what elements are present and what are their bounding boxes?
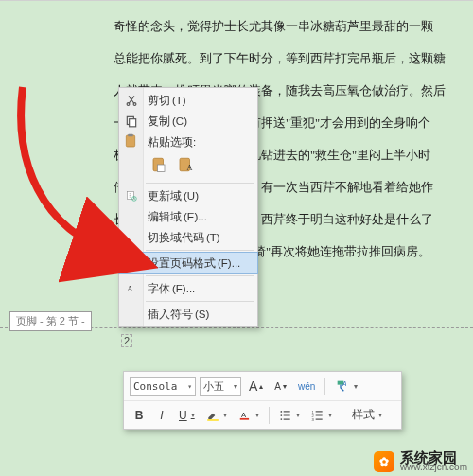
styles-button[interactable]: 样式 [348,405,386,426]
bold-button[interactable]: B [130,405,149,426]
numbering-button[interactable]: 123 [307,405,336,426]
format-painter-button[interactable]: A [331,376,361,397]
svg-rect-4 [126,135,134,147]
menu-insert-symbol-label: 插入符号 [148,308,193,322]
font-name-combo[interactable]: Consola ▾ [130,377,196,396]
menu-cut-kbd: (T) [172,95,186,106]
svg-point-20 [280,414,282,416]
highlight-button[interactable] [202,405,231,426]
numbering-icon: 123 [311,409,324,422]
phonetic-guide-button[interactable]: wén [294,376,319,397]
cut-icon [123,92,140,109]
menu-page-number-format[interactable]: 1# 设置页码格式 (F)... [119,253,257,273]
chevron-down-icon: ▾ [187,382,192,391]
copy-icon [123,113,140,130]
menu-page-fmt-label: 设置页码格式 [148,256,216,271]
watermark-subtitle: www.xtzjcn.com [400,463,467,472]
doc-line: 奇怪的念头，觉得护士长尤其像一串冰糖葫芦里最甜的一颗 [114,10,464,43]
svg-point-21 [280,418,282,420]
menu-insert-symbol[interactable]: 插入符号 (S) [119,304,257,325]
svg-text:A: A [241,410,247,418]
page-number-format-icon: 1# [123,255,140,272]
mini-format-toolbar: Consola ▾ 小五 ▾ A▴ A▾ wén A B I U A 123 [123,371,402,430]
paste-keep-source-button[interactable] [148,153,170,176]
font-size-combo[interactable]: 小五 ▾ [200,377,241,396]
svg-rect-18 [239,417,248,419]
menu-separator [146,183,254,184]
context-menu: 剪切 (T) 复制 (C) 粘贴选项: A [118,87,258,327]
svg-text:3: 3 [311,416,314,421]
svg-point-0 [127,103,130,106]
format-painter-icon: A [335,379,350,394]
menu-toggle-field-code[interactable]: 切换域代码 (T) [119,227,257,248]
font-size-value: 小五 [203,379,224,394]
menu-cut[interactable]: 剪切 (T) [119,90,257,111]
svg-point-1 [133,103,136,106]
menu-toggle-code-label: 切换域代码 [148,231,204,245]
menu-font[interactable]: A 字体 (F)... [119,278,257,299]
svg-rect-16 [207,419,219,421]
styles-label: 样式 [352,407,375,423]
svg-rect-5 [128,134,132,137]
font-icon: A [123,280,140,297]
svg-rect-3 [130,119,136,127]
menu-separator [146,301,254,302]
svg-text:A: A [127,284,133,293]
font-name-value: Consola [133,380,177,393]
bullets-icon [279,409,292,422]
menu-toggle-code-kbd: (T) [206,232,220,243]
menu-edit-field-kbd: (E)... [184,211,207,222]
menu-copy[interactable]: 复制 (C) [119,111,257,132]
highlight-icon [206,409,219,422]
menu-paste-label: 粘贴选项: [148,133,257,150]
menu-font-label: 字体 [148,282,170,296]
menu-font-kbd: (F)... [172,283,195,294]
menu-copy-kbd: (C) [172,115,187,127]
update-field-icon [123,187,140,204]
svg-text:1#: 1# [129,261,135,267]
menu-cut-label: 剪切 [148,94,170,108]
svg-rect-7 [158,165,166,172]
menu-insert-symbol-kbd: (S) [195,309,209,320]
chevron-down-icon: ▾ [234,382,237,391]
menu-page-fmt-kbd: (F)... [218,257,240,269]
paste-icon [123,133,138,149]
menu-paste-options: 粘贴选项: A [119,132,257,181]
font-color-icon: A [238,409,252,422]
menu-separator [146,250,254,251]
footer-page-number-field[interactable]: 2 [121,334,132,347]
menu-update-field-kbd: (U) [184,190,199,202]
paste-text-only-button[interactable]: A [174,153,197,176]
menu-update-field[interactable]: 更新域 (U) [119,185,257,206]
doc-line: 总能把你腻死。到了下午时分，等到西芹打完吊瓶后，这颗糖 [114,43,464,75]
bullets-button[interactable] [275,405,304,426]
svg-text:A: A [342,380,347,387]
menu-copy-label: 复制 [148,115,170,129]
menu-update-field-label: 更新域 [148,189,182,203]
svg-point-19 [280,411,282,413]
underline-button[interactable]: U [175,405,199,426]
watermark: ✿ 系统家园 www.xtzjcn.com [374,450,467,472]
menu-edit-field-label: 编辑域 [148,210,182,224]
footer-section-label: 页脚 - 第 2 节 - [9,311,92,331]
font-color-button[interactable]: A [235,405,263,426]
watermark-logo-icon: ✿ [374,451,394,472]
grow-font-button[interactable]: A▴ [245,376,267,397]
shrink-font-button[interactable]: A▾ [271,376,290,397]
svg-text:A: A [187,164,193,172]
menu-edit-field[interactable]: 编辑域 (E)... [119,206,257,227]
menu-separator [146,275,254,276]
italic-button[interactable]: I [152,405,171,426]
